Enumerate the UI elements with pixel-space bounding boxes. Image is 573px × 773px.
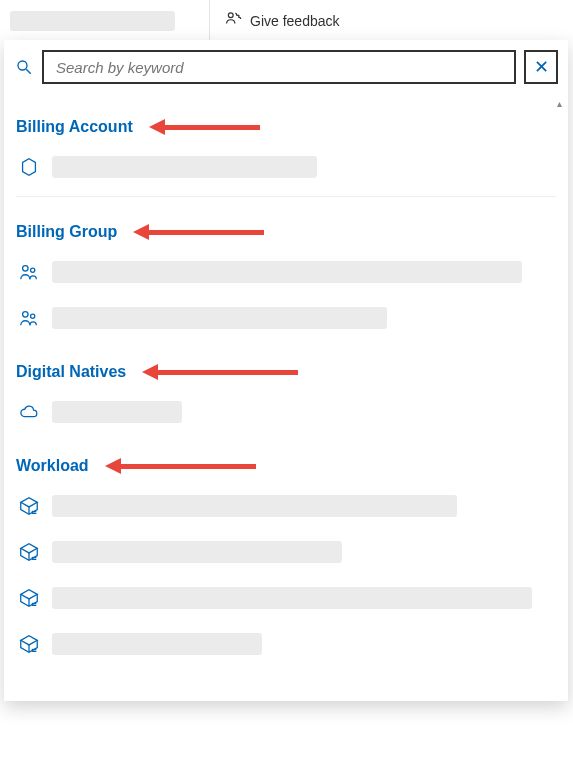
svg-line-2 [26,69,31,74]
list-item[interactable] [16,393,556,431]
section-title: Workload [16,457,89,475]
search-row: ✕ [4,40,568,92]
list-item[interactable] [16,148,556,186]
workload-icon [18,541,40,563]
cloud-icon [18,401,40,423]
item-label-redacted [52,401,182,423]
search-input[interactable] [42,50,516,84]
section-billing-group: Billing Group [4,223,568,337]
feedback-label: Give feedback [250,13,340,29]
divider [16,196,556,197]
item-label-redacted [52,633,262,655]
item-label-redacted [52,261,522,283]
workload-icon [18,495,40,517]
section-workload: Workload [4,457,568,663]
annotation-arrow [142,364,298,380]
list-item[interactable] [16,625,556,663]
section-header: Billing Group [16,223,556,241]
feedback-icon [224,10,242,31]
title-area [0,0,210,41]
section-header: Digital Natives [16,363,556,381]
clear-search-button[interactable]: ✕ [524,50,558,84]
svg-point-6 [23,312,28,318]
workload-icon [18,587,40,609]
give-feedback-button[interactable]: Give feedback [210,0,354,41]
billing-group-icon [18,261,40,283]
billing-account-icon [18,156,40,178]
section-header: Billing Account [16,118,556,136]
section-title: Digital Natives [16,363,126,381]
list-item[interactable] [16,253,556,291]
item-label-redacted [52,541,342,563]
list-item[interactable] [16,487,556,525]
svg-point-7 [31,314,35,318]
item-label-redacted [52,156,317,178]
item-label-redacted [52,307,387,329]
billing-group-icon [18,307,40,329]
list-item[interactable] [16,533,556,571]
section-title: Billing Group [16,223,117,241]
search-results-panel: ✕ ▴ Billing Account Billing Group [4,40,568,701]
workload-icon [18,633,40,655]
annotation-arrow [105,458,256,474]
section-digital-natives: Digital Natives [4,363,568,431]
list-item[interactable] [16,299,556,337]
svg-point-5 [31,268,35,272]
section-header: Workload [16,457,556,475]
svg-point-1 [18,61,27,70]
annotation-arrow [149,119,260,135]
item-label-redacted [52,587,532,609]
close-icon: ✕ [534,56,549,78]
list-item[interactable] [16,579,556,617]
svg-marker-3 [23,159,36,176]
title-redacted [10,11,175,31]
item-label-redacted [52,495,457,517]
section-title: Billing Account [16,118,133,136]
search-icon [14,58,34,76]
top-toolbar: Give feedback [0,0,573,42]
annotation-arrow [133,224,264,240]
svg-point-4 [23,266,28,272]
section-billing-account: Billing Account [4,118,568,197]
svg-point-0 [228,13,233,18]
scroll-up-indicator: ▴ [557,98,562,109]
